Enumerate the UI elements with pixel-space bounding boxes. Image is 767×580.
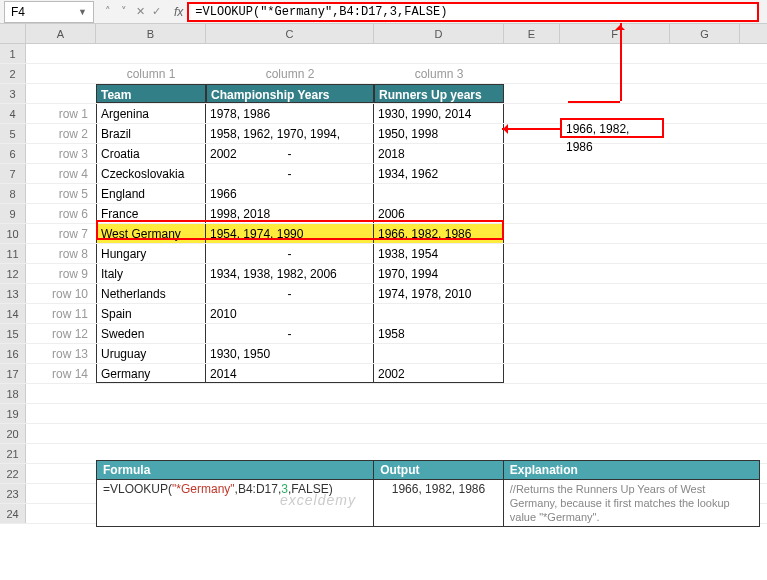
col-header-G[interactable]: G	[670, 24, 740, 43]
row-header[interactable]: 20	[0, 424, 26, 443]
row-header[interactable]: 18	[0, 384, 26, 403]
col-label: column 3	[374, 64, 504, 83]
row-header[interactable]: 1	[0, 44, 26, 63]
watermark: exceldemy	[280, 492, 356, 508]
table-cell-champ[interactable]: 2010	[206, 304, 374, 323]
name-box[interactable]: F4 ▼	[4, 1, 94, 23]
grid-rows: 12column 1column 2column 33TeamChampions…	[0, 44, 767, 524]
row-header[interactable]: 7	[0, 164, 26, 183]
table-cell-champ[interactable]: 1954, 1974, 1990	[206, 224, 374, 243]
table-cell-champ[interactable]: 1966	[206, 184, 374, 203]
col-header-D[interactable]: D	[374, 24, 504, 43]
table-cell-runner[interactable]: 1934, 1962	[374, 164, 504, 183]
row-label: row 11	[26, 304, 96, 323]
row-label: row 8	[26, 244, 96, 263]
explanation-header: Formula Output Explanation	[96, 460, 760, 480]
formula-bar-row: F4 ▼ ˄ ˅ ✕ ✓ fx =VLOOKUP("*Germany",B4:D…	[0, 0, 767, 24]
col-header-E[interactable]: E	[504, 24, 560, 43]
row-header[interactable]: 3	[0, 84, 26, 103]
col-label: column 1	[96, 64, 206, 83]
row-label: row 1	[26, 104, 96, 123]
table-cell-runner[interactable]: 1958	[374, 324, 504, 343]
table-cell-champ[interactable]: -	[206, 244, 374, 263]
table-cell-champ[interactable]: 1998, 2018	[206, 204, 374, 223]
table-cell-team[interactable]: Croatia	[96, 144, 206, 163]
row-header[interactable]: 22	[0, 464, 26, 483]
row-header[interactable]: 14	[0, 304, 26, 323]
table-cell-champ[interactable]: 1978, 1986	[206, 104, 374, 123]
row-header[interactable]: 12	[0, 264, 26, 283]
row-header[interactable]: 4	[0, 104, 26, 123]
row-header[interactable]: 2	[0, 64, 26, 83]
table-cell-runner[interactable]	[374, 184, 504, 203]
table-cell-champ[interactable]: -	[206, 164, 374, 183]
table-cell-runner[interactable]: 1930, 1990, 2014	[374, 104, 504, 123]
row-header[interactable]: 24	[0, 504, 26, 523]
table-cell-runner[interactable]: 2002	[374, 364, 504, 383]
table-cell-runner[interactable]: 1970, 1994	[374, 264, 504, 283]
row-header[interactable]: 17	[0, 364, 26, 383]
row-label: row 12	[26, 324, 96, 343]
output-cell: 1966, 1982, 1986	[374, 480, 504, 526]
row-header[interactable]: 13	[0, 284, 26, 303]
table-cell-champ[interactable]: 1958, 1962, 1970, 1994, 2002	[206, 124, 374, 143]
table-cell-champ[interactable]: 2014	[206, 364, 374, 383]
row-header[interactable]: 15	[0, 324, 26, 343]
select-all-corner[interactable]	[0, 24, 26, 43]
row-label: row 10	[26, 284, 96, 303]
table-cell-team[interactable]: Germany	[96, 364, 206, 383]
column-headers: A B C D E F G	[0, 24, 767, 44]
table-cell-team[interactable]: Uruguay	[96, 344, 206, 363]
table-cell-champ[interactable]: -	[206, 144, 374, 163]
table-cell-team[interactable]: Argenina	[96, 104, 206, 123]
table-cell-team[interactable]: Italy	[96, 264, 206, 283]
down-icon[interactable]: ˅	[116, 5, 132, 18]
explanation-box: Formula Output Explanation =VLOOKUP("*Ge…	[96, 460, 760, 527]
row-header[interactable]: 9	[0, 204, 26, 223]
row-header[interactable]: 16	[0, 344, 26, 363]
check-icon[interactable]: ✓	[148, 5, 164, 18]
row-header[interactable]: 19	[0, 404, 26, 423]
row-header[interactable]: 5	[0, 124, 26, 143]
table-cell-champ[interactable]: -	[206, 284, 374, 303]
table-cell-champ[interactable]: 1934, 1938, 1982, 2006	[206, 264, 374, 283]
col-header-A[interactable]: A	[26, 24, 96, 43]
table-cell-runner[interactable]: 1974, 1978, 2010	[374, 284, 504, 303]
table-cell-runner[interactable]: 1966, 1982, 1986	[374, 224, 504, 243]
up-icon[interactable]: ˄	[100, 5, 116, 18]
table-cell-team[interactable]: Spain	[96, 304, 206, 323]
table-cell-team[interactable]: France	[96, 204, 206, 223]
table-cell-runner[interactable]: 1938, 1954	[374, 244, 504, 263]
table-cell-team[interactable]: Czeckoslovakia	[96, 164, 206, 183]
result-cell[interactable]: 1966, 1982, 1986	[560, 118, 664, 138]
table-cell-team[interactable]: Hungary	[96, 244, 206, 263]
table-cell-runner[interactable]: 2006	[374, 204, 504, 223]
table-cell-champ[interactable]: -	[206, 324, 374, 343]
table-cell-team[interactable]: Netherlands	[96, 284, 206, 303]
row-header[interactable]: 6	[0, 144, 26, 163]
table-header: Runners Up years	[374, 84, 504, 103]
row-header[interactable]: 21	[0, 444, 26, 463]
explanation-row: =VLOOKUP("*Germany",B4:D17,3,FALSE) 1966…	[96, 480, 760, 527]
formula-bar[interactable]: =VLOOKUP("*Germany",B4:D17,3,FALSE)	[187, 2, 759, 22]
chevron-down-icon[interactable]: ▼	[78, 7, 87, 17]
table-cell-team[interactable]: England	[96, 184, 206, 203]
row-header[interactable]: 11	[0, 244, 26, 263]
table-cell-runner[interactable]	[374, 304, 504, 323]
arrow-head-icon	[498, 124, 508, 134]
row-header[interactable]: 23	[0, 484, 26, 503]
table-cell-team[interactable]: Brazil	[96, 124, 206, 143]
row-header[interactable]: 8	[0, 184, 26, 203]
table-cell-team[interactable]: West Germany	[96, 224, 206, 243]
col-header-C[interactable]: C	[206, 24, 374, 43]
fx-icon[interactable]: fx	[174, 5, 183, 19]
table-cell-champ[interactable]: 1930, 1950	[206, 344, 374, 363]
table-cell-runner[interactable]: 1950, 1998	[374, 124, 504, 143]
cancel-icon[interactable]: ✕	[132, 5, 148, 18]
table-cell-team[interactable]: Sweden	[96, 324, 206, 343]
table-cell-runner[interactable]	[374, 344, 504, 363]
row-header[interactable]: 10	[0, 224, 26, 243]
col-header-B[interactable]: B	[96, 24, 206, 43]
table-cell-runner[interactable]: 2018	[374, 144, 504, 163]
row-label: row 13	[26, 344, 96, 363]
